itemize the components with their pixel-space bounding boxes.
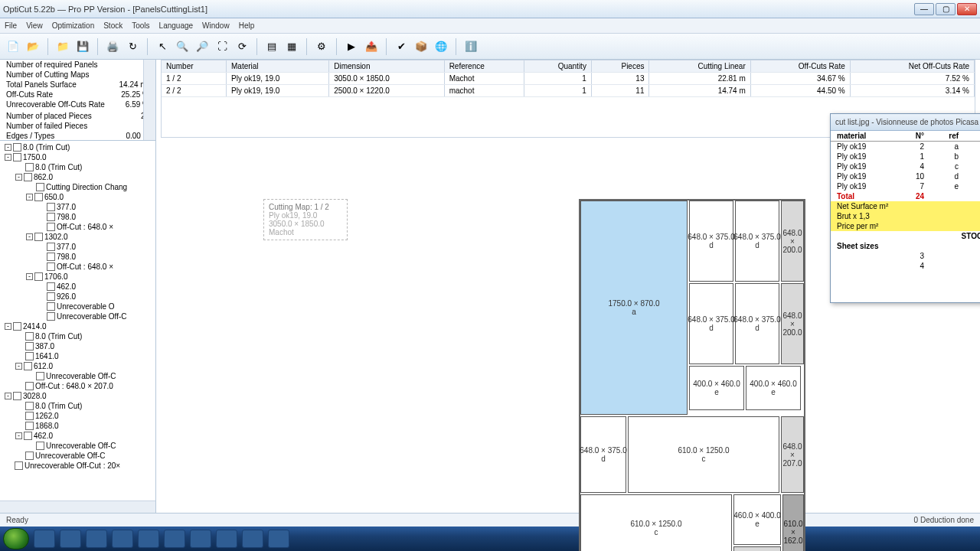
menu-stock[interactable]: Stock <box>103 21 122 30</box>
cut-piece[interactable]: 648.0 × 375.0d <box>735 283 779 364</box>
taskbar-app-7[interactable] <box>190 530 211 548</box>
cut-piece[interactable]: 610.0 × 162.0 <box>782 494 804 551</box>
print-icon[interactable]: 🖨️ <box>104 38 121 55</box>
taskbar-app-9[interactable] <box>242 530 263 548</box>
play-icon[interactable]: ▶ <box>343 38 360 55</box>
menu-view[interactable]: View <box>26 21 43 30</box>
save-icon[interactable]: 💾 <box>74 38 91 55</box>
zoom-out-icon[interactable]: 🔍 <box>174 38 191 55</box>
tree-node[interactable]: Off-Cut : 648.0 × <box>2 222 154 232</box>
box-icon[interactable]: 📦 <box>413 38 430 55</box>
tree-node[interactable]: Cutting Direction Chang <box>2 182 154 192</box>
menu-optimization[interactable]: Optimization <box>52 21 95 30</box>
taskbar-app-8[interactable] <box>216 530 237 548</box>
tree-node[interactable]: -8.0 (Trim Cut) <box>2 142 154 152</box>
cut-piece[interactable]: 648.0 × 207.0 <box>781 416 804 493</box>
sheet-icon[interactable]: ▦ <box>283 38 300 55</box>
tree-node[interactable]: -462.0 <box>2 431 154 441</box>
cut-piece[interactable]: 400.0 × 460.0e <box>689 366 744 410</box>
taskbar-app-2[interactable] <box>60 530 81 548</box>
tree-node[interactable]: Unrecoverable Off-C <box>2 311 154 321</box>
tree-node[interactable]: 798.0 <box>2 252 154 262</box>
cut-piece[interactable]: 460.0 × 400.0e <box>733 494 781 545</box>
tree-node[interactable]: -2414.0 <box>2 321 154 331</box>
tree-node[interactable]: -612.0 <box>2 361 154 371</box>
tree-node[interactable]: Unrecoverable Off-C <box>2 371 154 381</box>
taskbar-app-5[interactable] <box>138 530 159 548</box>
menu-language[interactable]: Language <box>159 21 194 30</box>
picasa-window[interactable]: cut list.jpg - Visionneuse de photos Pic… <box>830 113 980 303</box>
tree-node[interactable]: 377.0 <box>2 242 154 252</box>
tree-node[interactable]: 926.0 <box>2 292 154 302</box>
refresh-icon[interactable]: ↻ <box>124 38 141 55</box>
cut-piece[interactable]: 610.0 × 1250.0c <box>628 416 779 493</box>
layer-icon[interactable]: ▤ <box>263 38 280 55</box>
pointer-icon[interactable]: ↖ <box>154 38 171 55</box>
tree-node[interactable]: 798.0 <box>2 212 154 222</box>
globe-icon[interactable]: 🌐 <box>433 38 449 55</box>
grid-row[interactable]: 2 / 2Ply ok19, 19.02500.0 × 1220.0machot… <box>162 85 975 97</box>
rotate-icon[interactable]: ⟳ <box>234 38 250 55</box>
tree-node[interactable]: Unrecoverable Off-C <box>2 451 154 461</box>
info-icon[interactable]: ℹ️ <box>462 38 479 55</box>
tree-node[interactable]: -1706.0 <box>2 272 154 282</box>
menu-window[interactable]: Window <box>202 21 230 30</box>
tree-panel[interactable]: -8.0 (Trim Cut)-1750.08.0 (Trim Cut)-862… <box>0 141 155 513</box>
close-button[interactable]: ✕ <box>957 3 977 15</box>
tree-node[interactable]: 462.0 <box>2 282 154 292</box>
folder-icon[interactable]: 📁 <box>54 38 71 55</box>
tree-node[interactable]: 8.0 (Trim Cut) <box>2 331 154 341</box>
export-icon[interactable]: 📤 <box>363 38 380 55</box>
cut-piece[interactable]: 648.0 × 200.0 <box>781 283 804 364</box>
menu-help[interactable]: Help <box>239 21 255 30</box>
maximize-button[interactable]: ▢ <box>936 3 956 15</box>
tree-node[interactable]: -3028.0 <box>2 391 154 401</box>
taskbar-app-1[interactable] <box>34 530 55 548</box>
tree-node[interactable]: 1641.0 <box>2 351 154 361</box>
tree-node[interactable]: -1750.0 <box>2 152 154 162</box>
cut-piece[interactable]: 648.0 × 375.0d <box>689 201 733 282</box>
tree-node[interactable]: 8.0 (Trim Cut) <box>2 401 154 411</box>
start-button[interactable] <box>3 528 29 549</box>
grid-row[interactable]: 1 / 2Ply ok19, 19.03050.0 × 1850.0Machot… <box>162 73 975 85</box>
tree-node[interactable]: Off-Cut : 648.0 × 207.0 <box>2 381 154 391</box>
tree-node[interactable]: Unrecoverable Off-C <box>2 441 154 451</box>
tree-node[interactable]: Off-Cut : 648.0 × <box>2 262 154 272</box>
tree-node[interactable]: -862.0 <box>2 172 154 182</box>
cutting-map[interactable]: 1750.0 × 870.0a648.0 × 375.0d648.0 × 375… <box>579 199 805 551</box>
cut-piece[interactable]: 400.0 × 460.0e <box>746 366 801 410</box>
tree-node[interactable]: Unrecoverable O <box>2 302 154 311</box>
tree-node[interactable]: 387.0 <box>2 341 154 351</box>
zoom-fit-icon[interactable]: ⛶ <box>214 38 230 55</box>
zoom-in-icon[interactable]: 🔎 <box>194 38 211 55</box>
cut-piece[interactable]: 648.0 × 375.0d <box>735 201 779 282</box>
cut-piece[interactable]: 648.0 × 375.0d <box>580 416 626 493</box>
minimize-button[interactable]: — <box>914 3 934 15</box>
cut-piece[interactable]: 648.0 × 375.0d <box>689 283 733 364</box>
cut-piece[interactable]: 648.0 × 200.0 <box>781 201 804 282</box>
tree-node[interactable]: 1262.0 <box>2 411 154 421</box>
open-icon[interactable]: 📂 <box>24 38 41 55</box>
gear-icon[interactable]: ⚙ <box>313 38 330 55</box>
picasa-titlebar[interactable]: cut list.jpg - Visionneuse de photos Pic… <box>831 114 980 131</box>
taskbar-app-4[interactable] <box>112 530 133 548</box>
cut-piece[interactable]: 610.0 × 1250.0c <box>580 494 732 551</box>
cut-piece[interactable]: 146.0 × 400.0 <box>733 546 781 551</box>
tree-node[interactable]: -650.0 <box>2 192 154 202</box>
tree-h-scrollbar[interactable] <box>0 500 155 513</box>
tree-node[interactable]: 8.0 (Trim Cut) <box>2 162 154 172</box>
taskbar[interactable] <box>0 527 980 551</box>
taskbar-app-10[interactable] <box>268 530 289 548</box>
tree-node[interactable]: -1302.0 <box>2 232 154 242</box>
stats-scrollbar[interactable] <box>143 60 155 140</box>
new-icon[interactable]: 📄 <box>5 38 21 55</box>
cut-piece[interactable]: 1750.0 × 870.0a <box>580 201 688 415</box>
check-icon[interactable]: ✔ <box>393 38 410 55</box>
taskbar-app-6[interactable] <box>164 530 185 548</box>
menu-file[interactable]: File <box>5 21 17 30</box>
menu-tools[interactable]: Tools <box>132 21 149 30</box>
taskbar-app-3[interactable] <box>86 530 107 548</box>
tree-node[interactable]: Unrecoverable Off-Cut : 20× <box>2 461 154 471</box>
tree-node[interactable]: 1868.0 <box>2 421 154 431</box>
tree-node[interactable]: 377.0 <box>2 202 154 212</box>
